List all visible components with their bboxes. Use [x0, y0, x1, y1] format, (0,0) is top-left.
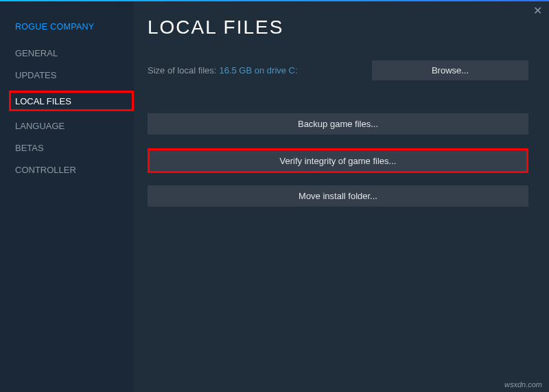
watermark-text: wsxdn.com	[504, 380, 542, 389]
sidebar-game-title: ROGUE COMPANY	[15, 22, 134, 32]
sidebar-item-betas[interactable]: BETAS	[15, 143, 44, 153]
file-size-value: 16.5 GB on drive C:	[219, 65, 297, 76]
sidebar-item-language[interactable]: LANGUAGE	[15, 121, 65, 131]
file-size-label: Size of local files:	[148, 65, 216, 76]
move-install-folder-button[interactable]: Move install folder...	[148, 185, 528, 207]
main-panel: LOCAL FILES Size of local files: 16.5 GB…	[134, 1, 549, 392]
sidebar-item-general[interactable]: GENERAL	[15, 48, 58, 58]
sidebar-item-local-files[interactable]: LOCAL FILES	[15, 96, 71, 106]
sidebar-item-updates[interactable]: UPDATES	[15, 70, 56, 80]
page-title: LOCAL FILES	[148, 16, 528, 38]
browse-button[interactable]: Browse...	[372, 60, 528, 80]
backup-game-files-button[interactable]: Backup game files...	[148, 113, 528, 135]
highlight-local-files: LOCAL FILES	[9, 91, 134, 111]
sidebar: ROGUE COMPANY GENERAL UPDATES LOCAL FILE…	[0, 1, 134, 392]
main-container: ROGUE COMPANY GENERAL UPDATES LOCAL FILE…	[0, 1, 549, 392]
sidebar-item-controller[interactable]: CONTROLLER	[15, 165, 76, 175]
verify-integrity-button[interactable]: Verify integrity of game files...	[148, 148, 528, 173]
file-size-row: Size of local files: 16.5 GB on drive C:…	[148, 60, 528, 80]
close-icon[interactable]: ✕	[533, 4, 542, 17]
